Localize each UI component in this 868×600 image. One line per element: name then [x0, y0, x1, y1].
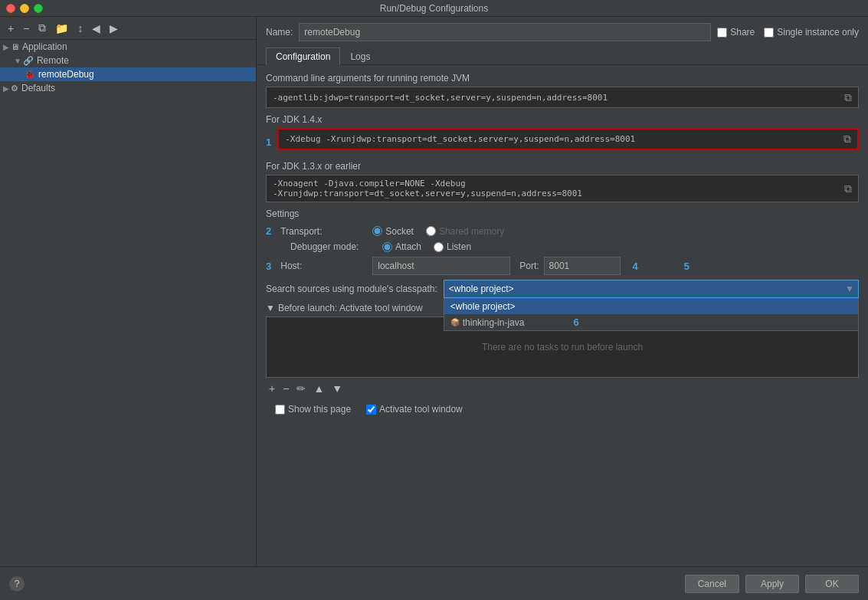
dropdown-option-whole-project[interactable]: <whole project> [444, 299, 858, 314]
settings-section: Settings 2 Transport: Socket [266, 208, 859, 275]
cancel-button[interactable]: Cancel [685, 575, 739, 593]
host-row: 3 Host: Port: 4 5 [266, 257, 859, 275]
transport-socket-label[interactable]: Socket [372, 226, 414, 237]
show-page-checkbox[interactable] [275, 405, 285, 415]
before-launch-remove-button[interactable]: − [280, 381, 292, 396]
debugger-attach-text: Attach [395, 241, 421, 252]
copy-jdk13-icon[interactable]: ⧉ [844, 182, 852, 195]
activate-tool-window-checkbox[interactable] [366, 405, 376, 415]
search-sources-row: Search sources using module's classpath:… [266, 280, 859, 298]
window-controls[interactable] [6, 4, 43, 13]
transport-shared-text: Shared memory [439, 226, 504, 237]
jdk13-section: For JDK 1.3.x or earlier -Xnoagent -Djav… [266, 161, 859, 202]
port-input[interactable] [544, 257, 621, 275]
single-instance-checkbox[interactable] [764, 28, 774, 38]
annotation-2: 2 [266, 225, 271, 237]
transport-socket-radio[interactable] [372, 226, 382, 236]
jdk13-label: For JDK 1.3.x or earlier [266, 161, 859, 172]
apply-button[interactable]: Apply [745, 575, 799, 593]
debugger-listen-radio[interactable] [434, 242, 444, 252]
jdk14-section: For JDK 1.4.x 1 -Xdebug -Xrunjdwp:transp… [266, 114, 859, 156]
before-launch-up-button[interactable]: ▲ [310, 381, 327, 396]
module-icon: 📦 [450, 318, 460, 326]
folder-button[interactable]: 📁 [52, 21, 71, 36]
show-page-text: Show this page [288, 404, 351, 415]
before-launch-down-button[interactable]: ▼ [329, 381, 346, 396]
tab-configuration[interactable]: Configuration [266, 48, 340, 65]
cmd-args-label: Command line arguments for running remot… [266, 73, 859, 84]
footer-right: Cancel Apply OK [685, 575, 859, 593]
show-page-label[interactable]: Show this page [275, 404, 351, 415]
debugger-attach-radio[interactable] [382, 242, 392, 252]
sidebar-item-defaults[interactable]: ▶ ⚙ Defaults [0, 81, 256, 95]
share-checkbox-label[interactable]: Share [717, 27, 755, 38]
tabs-row: Configuration Logs [257, 48, 868, 65]
debugger-attach-label[interactable]: Attach [382, 241, 421, 252]
debugger-mode-label: Debugger mode: [290, 241, 382, 252]
move-up-button[interactable]: ◀ [89, 21, 103, 36]
defaults-icon: ⚙ [11, 84, 18, 93]
transport-shared-label[interactable]: Shared memory [426, 226, 504, 237]
single-instance-label[interactable]: Single instance only [764, 27, 859, 38]
minimize-button[interactable] [20, 4, 29, 13]
config-content: Command line arguments for running remot… [257, 65, 868, 566]
copy-jdk14-icon[interactable]: ⧉ [843, 133, 851, 146]
transport-shared-radio[interactable] [426, 226, 436, 236]
share-options: Share Single instance only [717, 27, 859, 38]
application-icon: 🖥 [11, 42, 19, 51]
name-input[interactable] [299, 23, 711, 41]
sidebar-item-application[interactable]: ▶ 🖥 Application [0, 40, 256, 54]
expand-arrow-remote: ▼ [14, 57, 21, 65]
sidebar-item-application-label: Application [22, 41, 67, 52]
copy-cmd-args-icon[interactable]: ⧉ [844, 91, 852, 104]
cmd-args-section: Command line arguments for running remot… [266, 73, 859, 108]
share-checkbox[interactable] [717, 28, 727, 38]
expand-arrow-defaults: ▶ [3, 84, 9, 93]
remove-config-button[interactable]: − [20, 21, 32, 36]
annotation-1: 1 [266, 136, 271, 148]
expand-arrow-application: ▶ [3, 43, 9, 51]
tab-logs[interactable]: Logs [340, 48, 380, 65]
help-button[interactable]: ? [9, 576, 25, 592]
activate-tool-window-label[interactable]: Activate tool window [366, 404, 463, 415]
footer-left: ? [9, 576, 25, 592]
before-launch-add-button[interactable]: + [266, 381, 278, 396]
sort-button[interactable]: ↕ [74, 21, 86, 36]
no-tasks-text: There are no tasks to run before launch [482, 342, 643, 352]
ok-button[interactable]: OK [805, 575, 859, 593]
debugger-listen-text: Listen [447, 241, 471, 252]
move-down-button[interactable]: ▶ [106, 21, 121, 36]
activate-tool-window-text: Activate tool window [379, 404, 463, 415]
remote-icon: 🔗 [23, 56, 34, 66]
host-input[interactable] [372, 257, 510, 275]
bottom-options: Show this page Activate tool window [266, 399, 859, 419]
sidebar-item-remotedebug[interactable]: 🐞 remoteDebug [0, 67, 256, 81]
annotation-5: 5 [684, 261, 689, 272]
dropdown-option-thinking-in-java[interactable]: 📦 thinking-in-java 6 [444, 314, 858, 330]
thinking-in-java-label: thinking-in-java [463, 317, 525, 328]
sidebar-item-remotedebug-label: remoteDebug [38, 69, 94, 80]
transport-socket-text: Socket [385, 226, 414, 237]
add-config-button[interactable]: + [5, 21, 17, 36]
search-sources-label: Search sources using module's classpath: [266, 284, 437, 294]
debugger-listen-label[interactable]: Listen [434, 241, 471, 252]
content-area: Name: Share Single instance only Configu… [257, 17, 868, 566]
jdk13-value: -Xnoagent -Djava.compiler=NONE -Xdebug -… [273, 179, 838, 198]
maximize-button[interactable] [34, 4, 43, 13]
copy-config-button[interactable]: ⧉ [35, 20, 49, 36]
jdk14-value: -Xdebug -Xrunjdwp:transport=dt_socket,se… [285, 134, 837, 144]
port-label: Port: [519, 261, 539, 271]
before-launch-edit-button[interactable]: ✏ [293, 381, 309, 396]
dropdown-popup: <whole project> 📦 thinking-in-java 6 [444, 298, 859, 331]
annotation-4: 4 [633, 261, 638, 272]
close-button[interactable] [6, 4, 15, 13]
jdk13-box: -Xnoagent -Djava.compiler=NONE -Xdebug -… [266, 175, 859, 202]
before-launch-label: Before launch: Activate tool window [278, 303, 423, 313]
jdk14-box: -Xdebug -Xrunjdwp:transport=dt_socket,se… [277, 128, 859, 150]
transport-row: 2 Transport: Socket Shared memory [266, 225, 859, 237]
before-launch-toolbar: + − ✏ ▲ ▼ [266, 378, 859, 399]
footer: ? Cancel Apply OK [0, 566, 868, 600]
search-sources-select[interactable]: <whole project> thinking-in-java [444, 280, 859, 298]
sidebar-item-remote[interactable]: ▼ 🔗 Remote [0, 54, 256, 67]
debug-icon: 🐞 [25, 70, 35, 80]
